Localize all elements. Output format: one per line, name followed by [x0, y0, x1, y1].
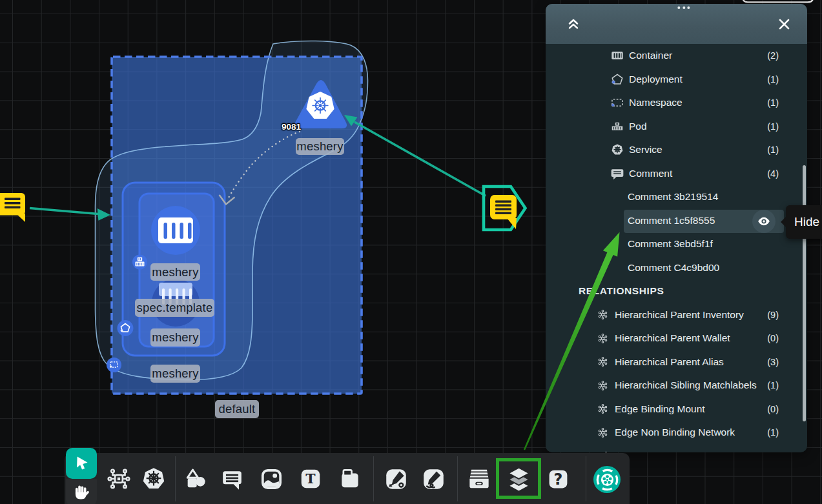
- drawer-icon: [466, 466, 492, 492]
- panel-list: Container (2) Deployment (1) Namespace (…: [546, 44, 807, 445]
- circuit-icon: [106, 466, 132, 492]
- resource-label: Namespace: [629, 97, 683, 108]
- component-shapes-tool-button[interactable]: [105, 465, 133, 493]
- service-port-label: 9081: [282, 122, 301, 132]
- relationship-icon: [597, 403, 609, 415]
- resource-count: (1): [767, 145, 779, 155]
- resource-label: Service: [629, 144, 663, 156]
- help-tool-button[interactable]: ?: [544, 465, 572, 493]
- service-icon: [610, 143, 624, 157]
- comment-marker-left[interactable]: [0, 193, 110, 222]
- comment-item[interactable]: Comment 3b219514: [546, 185, 807, 209]
- comment-marker-right[interactable]: [344, 115, 526, 230]
- comment-label: Comment 3b219514: [628, 191, 718, 203]
- cursor-icon: [71, 453, 92, 474]
- toolbar-divider: [373, 456, 374, 501]
- drag-handle-icon[interactable]: [677, 6, 690, 9]
- hand-icon: [71, 482, 92, 503]
- pod-node-label: meshery: [150, 328, 200, 347]
- pod-template-label: spec.template: [135, 299, 214, 317]
- frame-icon: [338, 467, 362, 491]
- close-panel-button[interactable]: [773, 13, 795, 35]
- resource-label: Container: [629, 50, 672, 61]
- relationship-icon: [597, 332, 609, 345]
- pod-icon: [610, 119, 624, 134]
- relationship-icon-clipped: [600, 450, 612, 452]
- resource-row-namespace[interactable]: Namespace (1): [546, 91, 807, 115]
- resource-count: (1): [767, 74, 779, 85]
- relationship-row[interactable]: Edge Non Binding Network (1): [546, 421, 807, 445]
- resource-row-comment[interactable]: Comment (4): [546, 162, 807, 186]
- resource-count: (2): [767, 50, 779, 61]
- container-node-label: meshery: [150, 263, 200, 281]
- collapse-panel-button[interactable]: [562, 13, 584, 35]
- relationship-label: Hierarchical Parent Inventory: [615, 309, 744, 321]
- select-tool-button[interactable]: [66, 448, 97, 479]
- pencil-icon: [421, 467, 446, 492]
- resource-count: (1): [767, 121, 779, 132]
- drawer-tool-button[interactable]: [465, 465, 493, 493]
- relationship-count: (3): [767, 357, 779, 367]
- pod-badge: [132, 255, 147, 270]
- resource-row-service[interactable]: Service (1): [546, 138, 807, 162]
- comment-tool-button[interactable]: [218, 465, 246, 493]
- relationship-row[interactable]: Edge Binding Mount (0): [546, 398, 807, 421]
- text-tool-button[interactable]: T: [296, 465, 325, 493]
- text-icon: T: [298, 467, 323, 491]
- layers-icon: [505, 465, 533, 492]
- relationship-label: Hierarchical Parent Wallet: [615, 332, 730, 344]
- relationship-row[interactable]: Hierarchical Parent Alias (3): [546, 350, 807, 374]
- image-tool-button[interactable]: [257, 465, 285, 493]
- resource-row-container[interactable]: Container (2): [546, 44, 807, 68]
- relationship-count: (0): [767, 333, 779, 343]
- deployment-badge: [118, 320, 134, 336]
- service-node-label: meshery: [296, 138, 344, 155]
- relationship-count: (1): [767, 380, 779, 390]
- svg-text:?: ?: [553, 470, 562, 488]
- toolbar-divider: [586, 456, 586, 501]
- comment-label: Comment 1c5f8555: [628, 215, 715, 227]
- panel-header: [546, 4, 807, 44]
- panel-scrollbar[interactable]: [803, 165, 806, 421]
- relationship-count: (1): [767, 427, 779, 438]
- comment-tool-icon: [220, 467, 244, 491]
- layers-tool-highlight: [496, 458, 541, 499]
- shapes-icon: [183, 466, 209, 492]
- comment-item[interactable]: Comment 3ebd5f1f: [546, 232, 807, 256]
- hide-tooltip: Hide: [786, 205, 822, 239]
- resource-count: (1): [767, 97, 779, 108]
- comment-item[interactable]: Comment C4c9bd00: [546, 256, 807, 280]
- draw-edge-tool-button[interactable]: [382, 465, 410, 493]
- pan-tool-button[interactable]: [66, 479, 97, 504]
- image-icon: [259, 467, 284, 492]
- resource-row-deployment[interactable]: Deployment (1): [546, 68, 807, 92]
- relationship-label: Edge Binding Mount: [615, 403, 705, 415]
- frame-node-partial: [743, 0, 814, 2]
- relationship-row[interactable]: Hierarchical Sibling Matchlabels (1): [546, 374, 807, 398]
- elements-panel: Container (2) Deployment (1) Namespace (…: [546, 4, 807, 452]
- frame-tool-button[interactable]: [336, 465, 364, 493]
- close-icon: [777, 17, 791, 31]
- relationship-row[interactable]: Hierarchical Parent Wallet (0): [546, 327, 807, 350]
- resource-row-pod[interactable]: Pod (1): [546, 115, 807, 139]
- relationship-row[interactable]: Hierarchical Parent Inventory (9): [546, 303, 807, 327]
- shapes-tool-button[interactable]: [181, 465, 210, 493]
- relationship-label: Edge Non Binding Network: [615, 427, 735, 438]
- relationship-count: (9): [767, 310, 779, 320]
- freehand-tool-button[interactable]: [419, 465, 447, 493]
- deployment-icon: [610, 72, 624, 86]
- svg-text:T: T: [305, 471, 316, 487]
- relationship-label: Hierarchical Parent Alias: [615, 356, 724, 368]
- eye-icon: [756, 214, 772, 229]
- chevrons-up-icon: [566, 17, 581, 31]
- kubernetes-tool-button[interactable]: [139, 465, 168, 493]
- meshery-logo-button[interactable]: [593, 466, 621, 493]
- relationships-section-header: RELATIONSHIPS: [546, 279, 807, 303]
- relationship-icon: [597, 308, 609, 321]
- resource-label: Pod: [629, 121, 647, 132]
- hide-comment-button[interactable]: [752, 210, 776, 233]
- relationship-icon: [597, 356, 609, 368]
- layers-tool-button[interactable]: [504, 465, 533, 493]
- namespace-icon: [610, 96, 624, 110]
- container-node[interactable]: [151, 206, 200, 255]
